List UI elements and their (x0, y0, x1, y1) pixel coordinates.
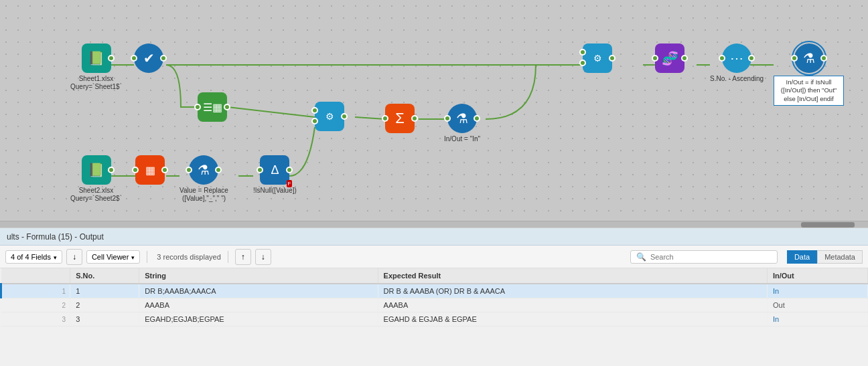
node-table-filter[interactable]: ☰▦ (198, 92, 227, 122)
node-sheet2-label: Sheet2.xlsx Query=`Sheet2$` (70, 187, 122, 203)
bottom-panel: ults - Formula (15) - Output 4 of 4 Fiel… (0, 227, 868, 366)
table-header-row: S.No. String Expected Result In/Out (1, 268, 868, 284)
node-formula1-icon: ⚗ (447, 104, 477, 133)
search-icon: 🔍 (636, 252, 646, 262)
table-row[interactable]: 11DR B;AAABA;AAACADR B & AAABA (OR) DR B… (1, 284, 868, 298)
node-sheet1-icon: 📗 (82, 43, 111, 73)
separator2 (228, 251, 228, 263)
node-table2-icon: ▦ (135, 155, 165, 185)
col-expected: Expected Result (378, 268, 767, 284)
data-table[interactable]: S.No. String Expected Result In/Out 11DR… (0, 268, 868, 366)
cell-string: EGAHD;EGJAB;EGPAE (139, 312, 378, 327)
col-string: String (139, 268, 378, 284)
node-sheet1-label: Sheet1.xlsx Query=`Sheet1$` (70, 75, 122, 91)
fields-chevron-icon (54, 253, 57, 261)
node-sheet2-icon: 📗 (82, 155, 111, 185)
col-record (1, 268, 70, 284)
cell-string: DR B;AAABA;AAACA (139, 284, 378, 298)
app-container: L R #2 #1 📗 Sheet1.xlsx Query=`Sheet1$` … (0, 0, 868, 366)
cell-sno: 3 (70, 312, 139, 327)
node-dna-icon: 🧬 (655, 43, 684, 73)
cell-inout: Out (767, 298, 867, 312)
fields-label: 4 of 4 Fields (11, 253, 51, 261)
sort-down-icon: ↓ (72, 252, 76, 262)
cell-sno: 2 (70, 298, 139, 312)
svg-line-2 (228, 107, 315, 117)
cell-expected: DR B & AAABA (OR) DR B & AAACA (378, 284, 767, 298)
cell-record: 1 (1, 284, 70, 298)
tab-data[interactable]: Data (787, 250, 817, 264)
node-sort-label: S.No. - Ascending (710, 75, 764, 83)
node-formula3-icon: ⚗ (794, 43, 824, 73)
sort-down2-icon: ↓ (261, 252, 265, 262)
cell-record: 2 (1, 298, 70, 312)
sort-up-icon: ↑ (241, 252, 245, 262)
viewer-chevron-icon (131, 253, 135, 261)
fields-button[interactable]: 4 of 4 Fields (5, 250, 62, 264)
node-checkmark[interactable]: ✔ (134, 43, 163, 73)
node-join-top-icon: ⚙ (315, 102, 344, 131)
search-area: 🔍 (630, 250, 778, 264)
node-sort[interactable]: ⋯ S.No. - Ascending (710, 43, 764, 83)
node-formula2-icon: ⚗ (189, 155, 218, 185)
cell-string: AAABA (139, 298, 378, 312)
node-sheet1[interactable]: 📗 Sheet1.xlsx Query=`Sheet1$` (70, 43, 122, 91)
cell-inout: In (767, 284, 867, 298)
node-join2-icon: ⚙ (583, 43, 612, 73)
node-join2[interactable]: ⚙ (583, 43, 612, 73)
node-sort-icon: ⋯ (722, 43, 751, 73)
cell-inout: In (767, 312, 867, 327)
node-dna[interactable]: 🧬 (655, 43, 684, 73)
node-checkmark-icon: ✔ (134, 43, 163, 73)
sort-down-button[interactable]: ↓ (66, 249, 82, 265)
panel-header-text: ults - Formula (15) - Output (7, 232, 104, 242)
node-filter-icon: Δ F (260, 155, 289, 185)
cell-expected: AAABA (378, 298, 767, 312)
node-formula3[interactable]: ⚗ In/Out = if IsNull ([In/Out]) then "Ou… (774, 43, 844, 106)
node-formula1[interactable]: ⚗ In/Out = "In" (444, 104, 480, 143)
separator1 (147, 251, 147, 263)
svg-line-3 (355, 117, 385, 119)
table-row[interactable]: 22AAABAAAABAOut (1, 298, 868, 312)
tab-metadata[interactable]: Metadata (817, 250, 863, 264)
canvas-area[interactable]: L R #2 #1 📗 Sheet1.xlsx Query=`Sheet1$` … (0, 0, 868, 227)
node-join-top[interactable]: ⚙ (315, 102, 344, 131)
records-label: 3 records displayed (157, 253, 220, 261)
sort-down2-button[interactable]: ↓ (255, 249, 271, 265)
node-formula2-label: Value = Replace ([Value],"_"," ") (179, 187, 228, 203)
node-table2[interactable]: ▦ (135, 155, 165, 185)
node-sigma-icon: Σ (385, 104, 415, 133)
results-table: S.No. String Expected Result In/Out 11DR… (0, 268, 868, 327)
node-filter[interactable]: Δ F !IsNull([Value]) (253, 155, 297, 195)
scrollbar-thumb[interactable] (801, 222, 855, 227)
canvas-scrollbar[interactable] (0, 221, 868, 227)
node-sheet2[interactable]: 📗 Sheet2.xlsx Query=`Sheet2$` (70, 155, 122, 203)
node-formula2[interactable]: ⚗ Value = Replace ([Value],"_"," ") (179, 155, 228, 203)
cell-viewer-button[interactable]: Cell Viewer (86, 250, 140, 264)
data-meta-tabs: Data Metadata (787, 250, 863, 264)
cell-sno: 1 (70, 284, 139, 298)
node-formula3-label: In/Out = if IsNull ([In/Out]) then "Out"… (774, 76, 844, 106)
col-inout: In/Out (767, 268, 867, 284)
node-table-filter-icon: ☰▦ (198, 92, 227, 122)
node-filter-label: !IsNull([Value]) (253, 187, 297, 195)
node-formula1-label: In/Out = "In" (444, 135, 480, 143)
cell-expected: EGAHD & EGJAB & EGPAE (378, 312, 767, 327)
panel-header: ults - Formula (15) - Output (0, 228, 868, 246)
cell-record: 3 (1, 312, 70, 327)
connections-svg: L R #2 #1 (0, 0, 868, 227)
col-sno: S.No. (70, 268, 139, 284)
panel-toolbar: 4 of 4 Fields ↓ Cell Viewer 3 records di… (0, 246, 868, 268)
cell-viewer-label: Cell Viewer (92, 253, 129, 261)
search-input[interactable] (650, 253, 772, 261)
sort-up-button[interactable]: ↑ (235, 249, 251, 265)
node-sigma[interactable]: Σ (385, 104, 415, 133)
table-row[interactable]: 33EGAHD;EGJAB;EGPAEEGAHD & EGJAB & EGPAE… (1, 312, 868, 327)
